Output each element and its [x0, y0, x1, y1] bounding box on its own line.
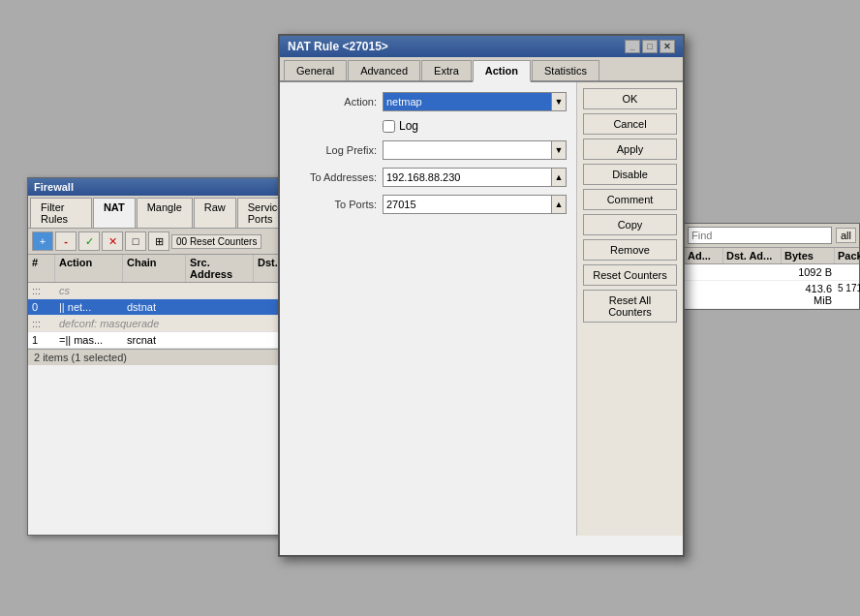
nat-rule-dialog: NAT Rule <27015> _ □ ✕ General Advanced … — [278, 34, 685, 557]
tab-advanced[interactable]: Advanced — [348, 60, 420, 80]
table-row[interactable]: ::: defconf: masquerade — [28, 316, 307, 332]
find-bar: all — [685, 224, 859, 248]
firewall-toolbar: + - ✓ ✕ □ ⊞ 00 Reset Counters — [28, 229, 307, 255]
to-addresses-input-group: ▲ — [383, 168, 567, 187]
right-table-header: Ad... Dst. Ad... Bytes Packets — [685, 248, 859, 264]
to-addresses-label: To Addresses: — [290, 171, 377, 183]
action-input[interactable] — [383, 92, 551, 111]
col-src-address: Src. Address — [186, 255, 254, 282]
reset-counter-button[interactable]: 00 Reset Counters — [171, 234, 261, 249]
tab-action[interactable]: Action — [473, 60, 531, 82]
nat-form: Action: ▼ Log Log Prefix: ▼ — [280, 82, 576, 536]
firewall-table-header: # Action Chain Src. Address Dst. A — [28, 255, 307, 283]
nat-dialog-titlebar: NAT Rule <27015> _ □ ✕ — [280, 36, 683, 57]
nat-titlebar-buttons: _ □ ✕ — [625, 40, 675, 53]
filter-button[interactable]: ⊞ — [148, 231, 169, 251]
log-checkbox[interactable] — [383, 120, 395, 133]
right-panel: all Ad... Dst. Ad... Bytes Packets 1092 … — [684, 223, 860, 310]
remove-button[interactable]: - — [55, 231, 77, 251]
log-prefix-label: Log Prefix: — [290, 144, 377, 156]
log-row: Log — [383, 119, 567, 133]
to-ports-input-group: ▲ — [383, 195, 567, 214]
find-input[interactable] — [688, 227, 832, 244]
to-addresses-row: To Addresses: ▲ — [290, 168, 567, 187]
add-button[interactable]: + — [32, 231, 53, 251]
tab-statistics[interactable]: Statistics — [532, 60, 599, 80]
action-row: Action: ▼ — [290, 92, 567, 111]
to-ports-row: To Ports: ▲ — [290, 195, 567, 214]
minimize-button[interactable]: _ — [625, 40, 640, 53]
to-addresses-arrow-button[interactable]: ▲ — [551, 168, 567, 187]
maximize-button[interactable]: □ — [642, 40, 658, 53]
table-row[interactable]: 0 || net... dstnat — [28, 299, 307, 316]
log-prefix-dropdown-button[interactable]: ▼ — [551, 140, 567, 160]
to-ports-arrow-button[interactable]: ▲ — [551, 195, 567, 214]
firewall-window: Firewall Filter Rules NAT Mangle Raw Ser… — [27, 177, 308, 536]
firewall-titlebar: Firewall — [28, 178, 307, 196]
log-label: Log — [399, 119, 418, 133]
reset-all-counters-button[interactable]: Reset All Counters — [583, 290, 677, 323]
to-ports-input[interactable] — [383, 195, 551, 214]
firewall-status: 2 items (1 selected) — [28, 349, 307, 365]
disable-button[interactable]: Disable — [583, 164, 677, 185]
nat-dialog-title: NAT Rule <27015> — [288, 40, 388, 53]
action-input-group: ▼ — [383, 92, 567, 111]
find-all-button[interactable]: all — [836, 228, 856, 243]
table-row[interactable]: ::: cs — [28, 283, 307, 299]
to-ports-label: To Ports: — [290, 199, 377, 210]
log-prefix-row: Log Prefix: ▼ — [290, 140, 567, 160]
firewall-tabs: Filter Rules NAT Mangle Raw Service Port… — [28, 196, 307, 229]
copy-button[interactable]: □ — [125, 231, 146, 251]
col-number: # — [28, 255, 55, 282]
tab-nat[interactable]: NAT — [93, 198, 136, 228]
tab-extra[interactable]: Extra — [421, 60, 472, 80]
check-button[interactable]: ✓ — [78, 231, 100, 251]
action-label: Action: — [290, 96, 377, 108]
tab-filter-rules[interactable]: Filter Rules — [30, 198, 92, 228]
remove-button[interactable]: Remove — [583, 239, 677, 261]
ok-button[interactable]: OK — [583, 88, 677, 109]
right-table-row: 1092 B — [685, 264, 859, 281]
x-button[interactable]: ✕ — [102, 231, 123, 251]
log-prefix-input-group: ▼ — [383, 140, 567, 160]
nat-dialog-content: Action: ▼ Log Log Prefix: ▼ — [280, 82, 683, 536]
table-row[interactable]: 1 =|| mas... srcnat — [28, 332, 307, 349]
apply-button[interactable]: Apply — [583, 139, 677, 160]
right-table-row: 413.6 MiB 5 171 5 — [685, 281, 859, 309]
tab-raw[interactable]: Raw — [194, 198, 236, 228]
close-button[interactable]: ✕ — [660, 40, 675, 53]
reset-counters-button[interactable]: Reset Counters — [583, 264, 677, 286]
action-dropdown-button[interactable]: ▼ — [551, 92, 567, 111]
col-action: Action — [55, 255, 123, 282]
comment-button[interactable]: Comment — [583, 189, 677, 210]
firewall-table-body: ::: cs 0 || net... dstnat ::: defconf: m… — [28, 283, 307, 349]
col-chain: Chain — [123, 255, 186, 282]
tab-general[interactable]: General — [284, 60, 347, 80]
nat-dialog-tabs: General Advanced Extra Action Statistics — [280, 57, 683, 82]
nat-sidebar: OK Cancel Apply Disable Comment Copy Rem… — [576, 82, 683, 536]
to-addresses-input[interactable] — [383, 168, 551, 187]
copy-button[interactable]: Copy — [583, 214, 677, 235]
log-prefix-input[interactable] — [383, 140, 551, 160]
cancel-button[interactable]: Cancel — [583, 113, 677, 135]
firewall-title: Firewall — [34, 181, 74, 193]
tab-mangle[interactable]: Mangle — [137, 198, 193, 228]
